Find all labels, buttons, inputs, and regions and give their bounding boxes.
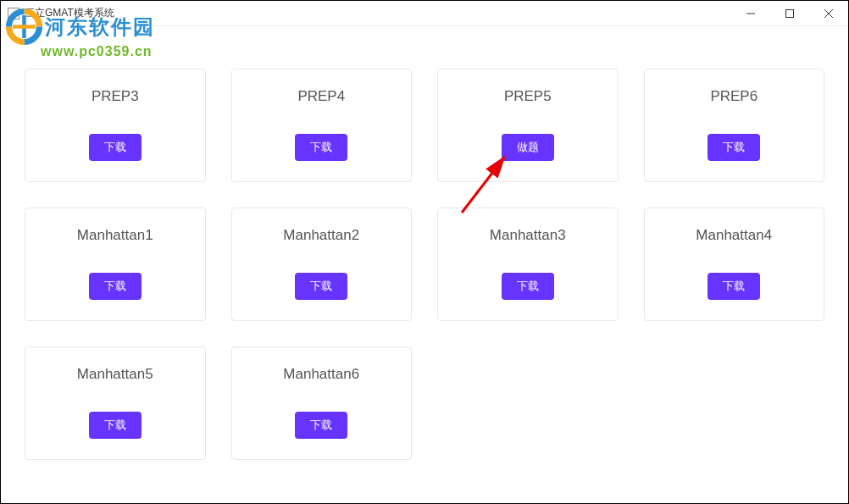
download-button[interactable]: 下载 [708,273,760,300]
close-button[interactable] [809,1,848,26]
card-prep3: PREP3 下载 [25,69,206,182]
download-button[interactable]: 下载 [708,134,760,161]
titlebar: 三立GMAT模考系统 [1,1,848,26]
download-button[interactable]: 下载 [295,412,347,439]
card-prep6: PREP6 下载 [644,69,825,182]
download-button[interactable]: 下载 [89,412,142,439]
card-title: PREP3 [34,88,197,105]
card-title: PREP6 [653,88,816,105]
card-prep4: PREP4 下载 [231,69,413,182]
card-title: Manhattan4 [653,227,816,244]
app-icon [8,8,19,19]
download-button[interactable]: 下载 [295,134,347,161]
card-grid: PREP3 下载 PREP4 下载 PREP5 做题 PREP6 下载 Manh… [25,69,824,460]
card-manhattan1: Manhattan1 下载 [25,208,206,321]
card-manhattan3: Manhattan3 下载 [437,208,619,321]
practice-button[interactable]: 做题 [502,134,554,161]
card-title: Manhattan1 [34,227,197,244]
card-manhattan2: Manhattan2 下载 [231,208,413,321]
download-button[interactable]: 下载 [295,273,347,300]
content-area: PREP3 下载 PREP4 下载 PREP5 做题 PREP6 下载 Manh… [1,26,848,477]
card-title: Manhattan5 [34,366,197,383]
card-manhattan5: Manhattan5 下载 [25,346,206,460]
window-title: 三立GMAT模考系统 [25,6,114,20]
maximize-button[interactable] [770,1,809,26]
card-manhattan6: Manhattan6 下载 [231,346,413,460]
download-button[interactable]: 下载 [89,273,142,300]
card-title: Manhattan3 [447,227,609,244]
titlebar-left: 三立GMAT模考系统 [8,6,114,20]
card-title: Manhattan2 [241,227,403,244]
window-controls [731,1,848,25]
card-title: PREP5 [447,88,609,105]
download-button[interactable]: 下载 [502,273,554,300]
card-title: PREP4 [241,88,403,105]
card-manhattan4: Manhattan4 下载 [644,208,825,321]
card-prep5: PREP5 做题 [437,69,619,182]
download-button[interactable]: 下载 [89,134,142,161]
card-title: Manhattan6 [241,366,403,383]
minimize-button[interactable] [731,1,770,26]
svg-rect-1 [786,10,794,18]
